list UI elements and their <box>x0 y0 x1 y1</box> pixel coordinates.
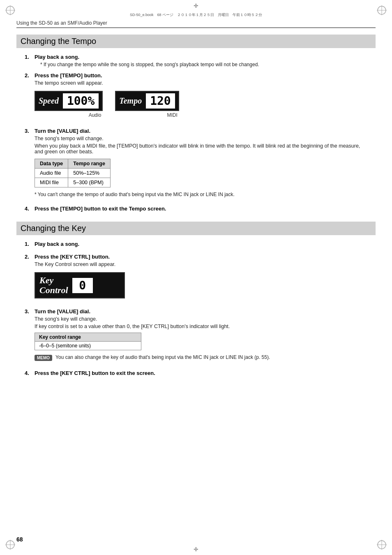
corner-mark-tl <box>4 4 16 16</box>
memo-badge: MEMO <box>35 355 52 361</box>
audio-lcd-screen: Speed 100% <box>35 91 103 111</box>
key-range-table: Key control range -6–0–5 (semitone units… <box>35 333 141 350</box>
table-row: Audio file 50%–125% <box>35 169 111 178</box>
section-header-key: Changing the Key <box>16 222 376 235</box>
kc-title-line1: Key <box>39 275 53 285</box>
key-content: Play back a song. Press the [KEY CTRL] b… <box>16 241 376 378</box>
breadcrumb: Using the SD-50 as an SMF/Audio Player <box>16 20 376 28</box>
tempo-step-4: Press the [TEMPO] button to exit the Tem… <box>25 206 367 213</box>
tempo-footnote: You can't change the tempo of audio that… <box>35 192 367 197</box>
center-mark-bottom: ✛ <box>194 546 198 553</box>
table-row: -6–0–5 (semitone units) <box>35 342 141 350</box>
section-header-tempo: Changing the Tempo <box>16 35 376 48</box>
tempo-step-3-title: Turn the [VALUE] dial. <box>35 128 367 134</box>
table-cell-midi-range: 5–300 (BPM) <box>68 178 111 187</box>
key-step-3: Turn the [VALUE] dial. The song's key wi… <box>25 308 367 365</box>
key-steps: Play back a song. Press the [KEY CTRL] b… <box>25 241 367 378</box>
key-range-value: -6–0–5 (semitone units) <box>35 342 141 350</box>
tempo-table-header-range: Tempo range <box>68 159 111 169</box>
top-info: SD-50_e.book 68 ページ ２０１０年１月２５日 月曜日 午前１０時… <box>16 12 376 18</box>
key-step-2-body: The Key Control screen will appear. <box>35 261 367 267</box>
table-cell-audio-type: Audio file <box>35 169 68 178</box>
corner-mark-br <box>376 539 388 551</box>
tempo-steps: Play back a song. If you change the temp… <box>25 54 367 213</box>
key-step-4: Press the [KEY CTRL] button to exit the … <box>25 370 367 378</box>
tempo-step-3: Turn the [VALUE] dial. The song's tempo … <box>25 128 367 201</box>
tempo-step-2-body: The tempo screen will appear. <box>35 80 367 86</box>
tempo-step-3-body1: The song's tempo will change. <box>35 136 367 141</box>
key-control-screen: Key Control 0 <box>35 272 125 298</box>
tempo-step-2: Press the [TEMPO] button. The tempo scre… <box>25 72 367 123</box>
tempo-step-1-title: Play back a song. <box>35 54 367 60</box>
page-number: 68 <box>16 536 23 543</box>
key-control-screen-value: 0 <box>72 278 93 293</box>
key-step-1-title: Play back a song. <box>35 241 367 247</box>
tempo-step-3-body2: When you play back a MIDI file, the [TEM… <box>35 143 367 155</box>
memo-block: MEMO You can also change the key of audi… <box>35 354 367 361</box>
tempo-step-1: Play back a song. If you change the temp… <box>25 54 367 67</box>
audio-screen-value: 100% <box>63 93 99 109</box>
corner-mark-tr <box>376 4 388 16</box>
tempo-step-1-note: If you change the tempo while the song i… <box>40 62 367 67</box>
table-cell-midi-type: MIDI file <box>35 178 68 187</box>
tempo-step-2-title: Press the [TEMPO] button. <box>35 72 367 79</box>
key-step-3-title: Turn the [VALUE] dial. <box>35 308 367 314</box>
table-row: MIDI file 5–300 (BPM) <box>35 178 111 187</box>
key-step-3-body2: If key control is set to a value other t… <box>35 324 367 329</box>
midi-screen-container: Tempo 120 MIDI <box>115 91 179 118</box>
center-mark-top: ✛ <box>194 2 198 9</box>
key-step-4-title: Press the [KEY CTRL] button to exit the … <box>35 370 367 376</box>
tempo-table: Data type Tempo range Audio file 50%–125… <box>35 159 111 187</box>
table-cell-audio-range: 50%–125% <box>68 169 111 178</box>
audio-screen-title: Speed <box>39 96 59 106</box>
memo-text: You can also change the key of audio tha… <box>55 354 270 360</box>
audio-screen-label: Audio <box>89 112 101 118</box>
key-step-2-title: Press the [KEY CTRL] button. <box>35 254 367 260</box>
tempo-table-header-datatype: Data type <box>35 159 68 169</box>
key-control-screen-title: Key Control <box>39 275 68 295</box>
key-step-2: Press the [KEY CTRL] button. The Key Con… <box>25 254 367 303</box>
audio-screen-container: Speed 100% Audio <box>35 91 103 118</box>
corner-mark-bl <box>4 539 16 551</box>
tempo-content: Play back a song. If you change the temp… <box>16 54 376 213</box>
midi-screen-value: 120 <box>146 93 175 109</box>
midi-lcd-screen: Tempo 120 <box>115 91 179 111</box>
midi-screen-label: MIDI <box>167 112 177 118</box>
kc-title-line2: Control <box>39 285 68 295</box>
tempo-screens-row: Speed 100% Audio Tempo 120 MIDI <box>35 91 367 118</box>
key-range-header: Key control range <box>35 333 141 342</box>
midi-screen-title: Tempo <box>119 96 142 106</box>
tempo-step-4-title: Press the [TEMPO] button to exit the Tem… <box>35 206 367 212</box>
key-step-3-body1: The song's key will change. <box>35 316 367 322</box>
key-step-1: Play back a song. <box>25 241 367 249</box>
key-control-screen-wrapper: Key Control 0 <box>35 272 367 298</box>
